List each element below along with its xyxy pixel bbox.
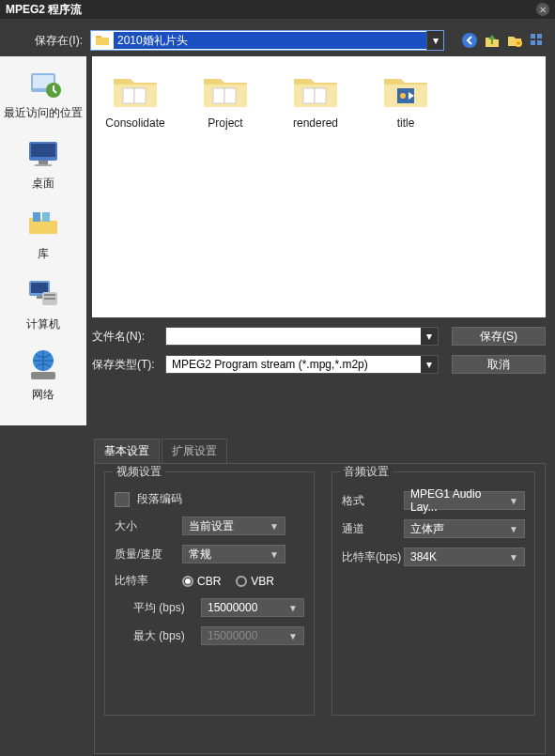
new-folder-icon[interactable] xyxy=(506,32,523,49)
folder-icon xyxy=(95,33,110,48)
computer-icon xyxy=(23,275,63,315)
svg-rect-14 xyxy=(42,212,50,222)
audio-format-select[interactable]: MPEG1 Audio Lay...▼ xyxy=(404,491,525,510)
svg-point-30 xyxy=(400,93,406,99)
svg-rect-19 xyxy=(44,294,55,296)
size-select[interactable]: 当前设置▼ xyxy=(182,517,285,535)
path-text: 2010婚礼片头 xyxy=(114,32,426,49)
sidebar-item-computer[interactable]: 计算机 xyxy=(23,275,63,332)
folder-label: rendered xyxy=(293,116,338,130)
folder-item[interactable]: rendered xyxy=(282,69,349,130)
segment-encode-label: 段落编码 xyxy=(137,491,182,507)
tab-label: 基本设置 xyxy=(104,444,149,457)
avg-bitrate-row: 平均 (bps) 15000000▼ xyxy=(115,598,304,617)
svg-rect-22 xyxy=(31,372,55,379)
path-dropdown[interactable]: 2010婚礼片头 ▾ xyxy=(90,30,444,51)
audio-bitrate-value: 384K xyxy=(410,550,437,563)
up-icon[interactable] xyxy=(484,32,501,49)
sidebar-item-network[interactable]: 网络 xyxy=(23,346,63,403)
quality-value: 常规 xyxy=(189,547,211,563)
avg-bitrate-select[interactable]: 15000000▼ xyxy=(201,598,304,617)
sidebar-item-recent[interactable]: 最近访问的位置 xyxy=(4,64,83,121)
folder-icon xyxy=(200,69,251,111)
settings-area: 基本设置 扩展设置 视频设置 段落编码 大小 当前设置▼ 质量/速度 常规▼ 比… xyxy=(0,425,555,756)
cbr-label: CBR xyxy=(197,575,221,588)
folder-item[interactable]: title xyxy=(372,69,439,130)
audio-group-title: 音频设置 xyxy=(340,464,393,480)
cancel-button[interactable]: 取消 xyxy=(452,355,546,374)
window-title: MPEG2 程序流 xyxy=(6,2,82,18)
folder-icon xyxy=(290,69,341,111)
folder-label: Consolidate xyxy=(105,116,164,130)
audio-channel-label: 通道 xyxy=(342,521,404,537)
sidebar-item-label: 计算机 xyxy=(26,316,60,332)
save-button[interactable]: 保存(S) xyxy=(452,327,546,346)
filename-input[interactable]: ▾ xyxy=(165,327,439,346)
chevron-down-icon[interactable]: ▾ xyxy=(426,31,443,50)
max-bitrate-row: 最大 (bps) 15000000▼ xyxy=(115,626,304,645)
sidebar-item-label: 库 xyxy=(38,246,49,262)
chevron-down-icon: ▼ xyxy=(509,552,518,563)
close-button[interactable]: ✕ xyxy=(536,3,549,16)
desktop-icon xyxy=(23,134,63,174)
cancel-button-label: 取消 xyxy=(487,357,510,373)
bitrate-label: 比特率 xyxy=(115,573,182,589)
svg-rect-2 xyxy=(531,34,535,39)
sidebar-item-desktop[interactable]: 桌面 xyxy=(23,134,63,192)
chevron-down-icon[interactable]: ▾ xyxy=(421,328,438,345)
file-list[interactable]: Consolidate Project rendered title xyxy=(92,56,546,317)
save-button-label: 保存(S) xyxy=(480,329,517,345)
recent-icon xyxy=(23,64,63,103)
max-value: 15000000 xyxy=(208,629,257,642)
audio-format-label: 格式 xyxy=(342,493,404,509)
svg-point-0 xyxy=(462,33,477,48)
settings-panel: 视频设置 段落编码 大小 当前设置▼ 质量/速度 常规▼ 比特率 CBR VBR xyxy=(94,463,546,754)
settings-tabs: 基本设置 扩展设置 xyxy=(94,439,546,463)
audio-format-value: MPEG1 Audio Lay... xyxy=(410,487,509,514)
main-row: 最近访问的位置 桌面 库 计算机 网络 Consolidate Proj xyxy=(0,56,555,425)
quality-select[interactable]: 常规▼ xyxy=(182,545,285,563)
audio-bitrate-select[interactable]: 384K▼ xyxy=(404,548,525,566)
size-value: 当前设置 xyxy=(189,518,234,534)
size-label: 大小 xyxy=(115,518,182,534)
svg-rect-25 xyxy=(213,88,224,103)
tab-advanced[interactable]: 扩展设置 xyxy=(162,439,227,463)
svg-rect-26 xyxy=(224,88,236,103)
folder-icon xyxy=(110,69,161,111)
svg-rect-17 xyxy=(37,296,42,299)
view-mode-icon[interactable] xyxy=(529,32,546,49)
vbr-radio[interactable] xyxy=(236,576,247,587)
audio-channel-select[interactable]: 立体声▼ xyxy=(404,519,525,538)
titlebar: MPEG2 程序流 ✕ xyxy=(0,0,555,19)
svg-rect-23 xyxy=(123,88,134,103)
filetype-text: MPEG2 Program stream (*.mpg,*.m2p) xyxy=(166,358,421,371)
filetype-label: 保存类型(T): xyxy=(92,357,165,373)
svg-rect-4 xyxy=(531,40,535,45)
max-bitrate-select: 15000000▼ xyxy=(201,626,304,645)
size-row: 大小 当前设置▼ xyxy=(115,517,304,535)
segment-encode-checkbox[interactable] xyxy=(115,492,130,507)
chevron-down-icon[interactable]: ▾ xyxy=(421,356,438,373)
bitrate-mode-row: 比特率 CBR VBR xyxy=(115,573,304,589)
sidebar-item-library[interactable]: 库 xyxy=(23,205,63,262)
audio-channel-value: 立体声 xyxy=(410,521,444,537)
svg-rect-20 xyxy=(44,298,55,300)
avg-label: 平均 (bps) xyxy=(133,600,201,616)
vbr-label: VBR xyxy=(251,575,274,588)
nav-toolbar xyxy=(452,32,546,49)
audio-channel-row: 通道 立体声▼ xyxy=(342,519,525,538)
folder-icon xyxy=(380,69,431,111)
filename-label: 文件名(N): xyxy=(92,329,165,345)
tab-basic[interactable]: 基本设置 xyxy=(94,439,160,463)
folder-item[interactable]: Consolidate xyxy=(101,69,169,130)
svg-rect-5 xyxy=(537,40,542,45)
folder-item[interactable]: Project xyxy=(192,69,259,130)
filetype-select[interactable]: MPEG2 Program stream (*.mpg,*.m2p) ▾ xyxy=(165,355,439,374)
back-icon[interactable] xyxy=(461,32,478,49)
filetype-row: 保存类型(T): MPEG2 Program stream (*.mpg,*.m… xyxy=(92,355,546,374)
audio-bitrate-row: 比特率(bps) 384K▼ xyxy=(342,548,525,566)
svg-rect-13 xyxy=(33,212,40,222)
svg-rect-28 xyxy=(315,88,326,103)
cbr-radio[interactable] xyxy=(182,576,193,587)
audio-bitrate-label: 比特率(bps) xyxy=(342,549,404,565)
